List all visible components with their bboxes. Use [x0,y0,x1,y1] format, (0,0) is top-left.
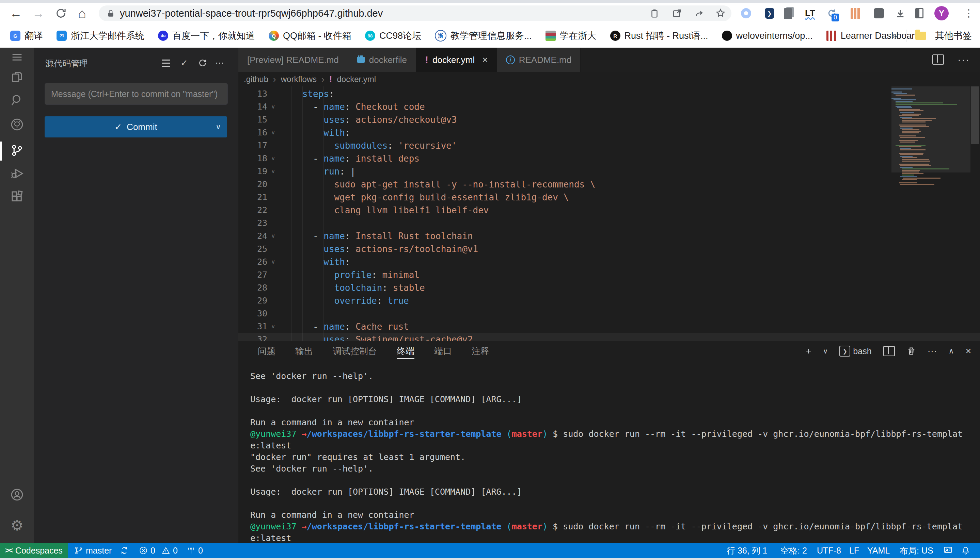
fold-chevron-icon[interactable]: ∨ [271,126,275,139]
panel-tab[interactable]: 端口 [434,341,452,361]
commit-button[interactable]: ✓ Commit ∨ [45,117,227,137]
editor-more-icon[interactable]: ··· [958,54,970,65]
home-icon[interactable]: ⌂ [74,5,90,21]
panel-tab[interactable]: 调试控制台 [333,341,377,361]
panel-more-icon[interactable]: ··· [928,346,937,357]
breadcrumb-item[interactable]: docker.yml [337,75,376,84]
cursor-position[interactable]: 行 36, 列 1 [727,543,768,558]
languagetool-icon[interactable]: LT [805,8,815,19]
ports-count: 0 [198,546,203,556]
share-icon[interactable] [692,8,706,18]
split-terminal-icon[interactable] [883,346,895,356]
language-mode[interactable]: YAML [867,543,890,558]
source-control-icon[interactable] [10,143,25,158]
split-editor-icon[interactable] [932,55,944,65]
forward-icon[interactable]: → [31,5,46,21]
extension-crayons-icon[interactable] [851,8,861,19]
refresh-icon[interactable] [197,57,208,69]
bookmark-item[interactable]: ✉浙江大学邮件系统 [57,30,144,42]
fold-chevron-icon[interactable]: ∨ [271,230,275,243]
clipboard-icon[interactable] [648,8,661,18]
fold-chevron-icon[interactable]: ∨ [271,165,275,178]
fold-chevron-icon[interactable]: ∨ [271,320,275,333]
commit-message-input[interactable] [45,83,227,105]
fold-chevron-icon[interactable]: ∨ [271,255,275,268]
browser-avatar[interactable]: Y [934,6,949,20]
terminal-line: Usage: docker run [OPTIONS] IMAGE [COMMA… [250,486,970,498]
bookmark-item[interactable]: 98CC98论坛 [365,30,421,42]
error-icon [139,546,148,555]
account-icon[interactable] [10,487,25,502]
browser-menu-icon[interactable]: ⋮ [964,6,974,20]
panel-tab[interactable]: 输出 [295,341,313,361]
breadcrumb-item[interactable]: .github [244,75,268,84]
github-icon[interactable] [10,117,25,132]
breadcrumb[interactable]: .github›workflows›!docker.yml [244,72,376,87]
extension-shield-icon[interactable]: ❯ [765,8,774,19]
indentation[interactable]: 空格: 2 [781,543,807,558]
settings-gear-icon[interactable]: ⚙ [10,518,25,533]
extensions-icon[interactable] [10,189,25,204]
explorer-icon[interactable] [10,69,25,84]
fold-chevron-icon[interactable]: ∨ [271,152,275,165]
fold-chevron-icon[interactable]: ∨ [271,100,275,113]
terminal[interactable]: See 'docker run --help'.Usage: docker ru… [238,361,980,543]
sync-extension-icon[interactable]: 0 [827,8,837,20]
terminal-dropdown-icon[interactable]: ∨ [823,347,828,355]
reload-icon[interactable] [53,5,69,21]
close-panel-icon[interactable]: × [966,346,971,357]
editor-tab[interactable]: !docker.yml× [416,48,497,72]
bookmark-item[interactable]: weloveinterns/op... [722,31,813,41]
notifications-bell-icon[interactable] [961,543,970,558]
line-number: 14 [238,100,267,113]
back-icon[interactable]: ← [8,5,24,21]
encoding[interactable]: UTF-8 [817,543,841,558]
branch-indicator[interactable]: master [74,543,112,558]
extensions-puzzle-icon[interactable] [874,8,884,18]
editor-tab[interactable]: [Preview] README.md [238,48,348,72]
bookmark-item[interactable]: G翻译 [10,30,43,42]
editor-tab[interactable]: dockerfile [348,48,416,72]
downloads-icon[interactable] [895,8,906,20]
menu-icon[interactable] [10,50,25,65]
line-number: 18 [238,152,267,165]
panel-tab[interactable]: 注释 [472,341,489,361]
commit-check-icon[interactable]: ✓ [179,57,190,69]
close-icon[interactable]: × [482,55,488,65]
search-icon[interactable] [10,93,25,108]
side-panel-icon[interactable] [915,8,923,18]
bookmarks-overflow-icon[interactable]: » [891,30,897,42]
extension-pages-icon[interactable] [784,8,792,19]
other-bookmarks-label[interactable]: 其他书签 [935,30,972,42]
maximize-panel-icon[interactable]: ∧ [949,347,954,355]
kill-terminal-icon[interactable] [906,346,916,356]
editor-tab[interactable]: iREADME.md [497,48,581,72]
code-line: 18∨ - name: install deps [238,152,980,165]
run-debug-icon[interactable] [10,166,25,181]
new-terminal-icon[interactable]: + [806,346,811,357]
extension-ring-icon[interactable] [741,8,751,18]
chevron-down-icon[interactable]: ∨ [216,117,221,137]
remote-indicator[interactable]: >< Codespaces [0,543,68,558]
problems-indicator[interactable]: 0 0 [139,543,178,558]
bookmark-item[interactable]: 浙教学管理信息服务... [435,30,532,42]
ports-indicator[interactable]: 0 [187,543,203,558]
feedback-icon[interactable] [943,543,953,558]
view-as-list-icon[interactable] [160,57,172,69]
eol-indicator[interactable]: LF [849,543,859,558]
sync-indicator[interactable] [120,543,129,558]
panel-tab[interactable]: 终端 [397,341,415,361]
bookmark-item[interactable]: QQQ邮箱 - 收件箱 [269,30,351,42]
breadcrumb-item[interactable]: workflows [281,75,317,84]
terminal-shell-item[interactable]: ❯ bash [840,346,871,357]
bookmark-item[interactable]: RRust 招聘 - Rust语... [610,30,708,42]
more-actions-icon[interactable]: ⋯ [214,57,226,69]
star-icon[interactable] [714,8,727,18]
address-bar[interactable]: yunwei37-potential-space-trout-rpr5qwj66… [99,5,731,21]
bookmark-item[interactable]: du百度一下，你就知道 [158,30,255,42]
open-in-new-icon[interactable] [670,8,684,18]
bookmark-item[interactable]: 学在浙大 [545,30,597,42]
keyboard-layout[interactable]: 布局: US [900,543,933,558]
panel-tab[interactable]: 问题 [258,341,276,361]
code-editor[interactable]: 13 steps:14∨ - name: Checkout code15 use… [238,87,980,341]
